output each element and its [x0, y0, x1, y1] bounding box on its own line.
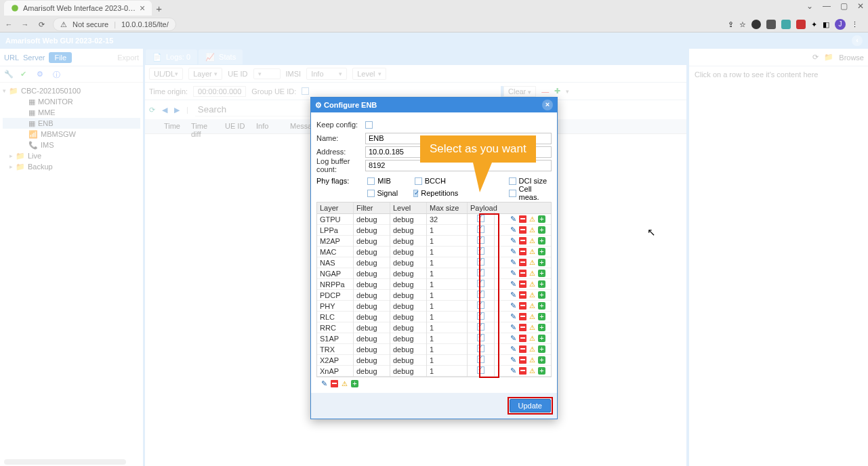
payload-checkbox[interactable] [477, 247, 484, 255]
chevron-down-icon[interactable]: ▾ [566, 88, 569, 95]
row-warn-icon[interactable] [529, 259, 536, 266]
browse-button[interactable]: Browse [839, 54, 864, 62]
row-remove-icon[interactable] [519, 270, 526, 277]
user-avatar[interactable]: J [835, 19, 846, 30]
grid-row[interactable]: S1APdebugdebug1 [317, 333, 551, 344]
row-edit-icon[interactable] [510, 345, 517, 353]
reload-button[interactable]: ⟳ [37, 20, 46, 29]
filter-info[interactable]: Info ▾ [306, 68, 347, 80]
row-edit-icon[interactable] [510, 280, 517, 288]
payload-checkbox[interactable] [477, 323, 484, 331]
grid-row[interactable]: NASdebugdebug1 [317, 257, 551, 268]
row-edit-icon[interactable] [510, 270, 517, 277]
address-bar[interactable]: ⚠ Not secure | 10.0.0.185/lte/ [53, 18, 176, 31]
row-warn-icon[interactable] [529, 324, 536, 331]
dialog-close-icon[interactable]: × [542, 100, 553, 110]
edit-icon[interactable] [321, 380, 328, 387]
tree-node-mme[interactable]: ▦MME [3, 107, 140, 118]
row-add-icon[interactable] [538, 291, 545, 299]
payload-checkbox[interactable] [477, 215, 484, 222]
row-warn-icon[interactable] [529, 291, 536, 299]
first-icon[interactable]: ⟳ [149, 106, 155, 114]
info-icon[interactable]: ⓘ [53, 70, 62, 79]
row-warn-icon[interactable] [529, 302, 536, 310]
clear-button[interactable]: Clear ▾ [503, 86, 536, 97]
row-remove-icon[interactable] [519, 324, 526, 331]
next-icon[interactable]: ▶ [174, 106, 180, 114]
row-remove-icon[interactable] [519, 313, 526, 320]
tab-file[interactable]: File [49, 52, 72, 63]
tree-node-ims[interactable]: 📞IMS [3, 140, 140, 150]
grid-row[interactable]: X2APdebugdebug1 [317, 355, 551, 366]
filter-ueid[interactable]: ▾ [253, 68, 281, 79]
row-remove-icon[interactable] [519, 259, 526, 266]
time-origin-value[interactable]: 00:00:00.000 [193, 86, 246, 97]
row-edit-icon[interactable] [510, 226, 517, 234]
tree-node-mbmsgw[interactable]: 📶MBMSGW [3, 129, 140, 140]
tab-logs[interactable]: 📄Logs: 0 [146, 49, 197, 64]
extension-icon[interactable] [781, 20, 791, 29]
row-add-icon[interactable] [538, 302, 545, 310]
tree-node-monitor[interactable]: ▦MONITOR [3, 96, 140, 107]
share-icon[interactable]: ⇪ [728, 20, 734, 29]
plus-icon[interactable]: ✚ [554, 87, 560, 96]
row-add-icon[interactable] [538, 259, 545, 266]
repetitions-checkbox[interactable] [413, 190, 418, 197]
row-warn-icon[interactable] [529, 345, 536, 353]
row-edit-icon[interactable] [510, 259, 517, 266]
payload-checkbox[interactable] [477, 334, 484, 341]
row-warn-icon[interactable] [529, 313, 536, 320]
close-window-icon[interactable]: ✕ [857, 1, 864, 11]
new-tab-button[interactable]: + [156, 3, 162, 14]
maximize-icon[interactable]: ▢ [840, 1, 848, 11]
row-warn-icon[interactable] [529, 248, 536, 255]
row-remove-icon[interactable] [519, 226, 526, 234]
row-remove-icon[interactable] [519, 215, 526, 223]
tree-root[interactable]: ▾📁CBC-2021050100 [3, 85, 140, 96]
row-add-icon[interactable] [538, 237, 545, 245]
row-edit-icon[interactable] [510, 291, 517, 299]
row-warn-icon[interactable] [529, 367, 536, 375]
forward-button[interactable]: → [20, 20, 30, 28]
tab-url[interactable]: URL [4, 54, 19, 62]
warn-icon[interactable] [341, 380, 348, 387]
row-remove-icon[interactable] [519, 367, 526, 375]
row-remove-icon[interactable] [519, 248, 526, 255]
mib-checkbox[interactable] [367, 177, 375, 185]
prev-icon[interactable]: ◀ [162, 106, 167, 114]
grid-row[interactable]: LPPadebugdebug1 [317, 225, 551, 236]
payload-checkbox[interactable] [477, 258, 484, 266]
wrench-icon[interactable]: 🔧 [4, 70, 14, 79]
row-warn-icon[interactable] [529, 280, 536, 288]
row-remove-icon[interactable] [519, 291, 526, 299]
payload-checkbox[interactable] [477, 356, 484, 363]
sync-icon[interactable]: ✔ [20, 70, 30, 79]
grid-row[interactable]: NRPPadebugdebug1 [317, 279, 551, 290]
row-remove-icon[interactable] [519, 302, 526, 310]
row-edit-icon[interactable] [510, 324, 517, 331]
row-add-icon[interactable] [538, 324, 545, 331]
filter-uldl[interactable]: UL/DL ▾ [149, 68, 183, 80]
row-warn-icon[interactable] [529, 226, 536, 234]
row-remove-icon[interactable] [519, 345, 526, 353]
extension-icon[interactable] [796, 20, 806, 29]
back-button[interactable]: ← [4, 20, 14, 28]
detail-refresh-icon[interactable]: ⟳ [812, 53, 819, 62]
dialog-header[interactable]: ⚙ Configure ENB × [311, 98, 557, 112]
row-edit-icon[interactable] [510, 367, 517, 375]
row-add-icon[interactable] [538, 335, 545, 342]
row-add-icon[interactable] [538, 280, 545, 288]
grid-row[interactable]: GTPUdebugdebug32 [317, 214, 551, 225]
row-edit-icon[interactable] [510, 237, 517, 245]
minimize-icon[interactable]: — [823, 1, 831, 11]
row-add-icon[interactable] [538, 248, 545, 255]
grid-row[interactable]: M2APdebugdebug1 [317, 236, 551, 247]
tab-server[interactable]: Server [23, 54, 45, 62]
extensions-icon[interactable]: ✦ [811, 20, 817, 29]
row-edit-icon[interactable] [510, 215, 517, 223]
row-remove-icon[interactable] [519, 335, 526, 342]
row-edit-icon[interactable] [510, 313, 517, 320]
signal-checkbox[interactable] [367, 190, 375, 197]
row-remove-icon[interactable] [519, 280, 526, 288]
row-remove-icon[interactable] [519, 356, 526, 364]
